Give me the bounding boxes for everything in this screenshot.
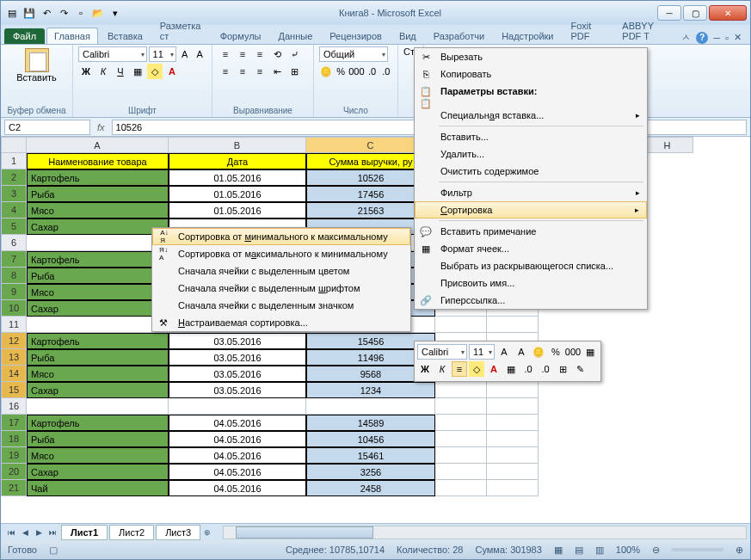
mini-grow-font-icon[interactable]: A bbox=[496, 344, 512, 360]
open-icon[interactable]: 📂 bbox=[90, 5, 106, 21]
tab-home[interactable]: Главная bbox=[46, 28, 98, 44]
cell[interactable]: Картофель bbox=[27, 333, 169, 349]
wrap-text-icon[interactable]: ⤶ bbox=[286, 46, 302, 62]
row-header[interactable]: 3 bbox=[1, 186, 27, 202]
cell[interactable]: Рыба bbox=[27, 268, 169, 284]
menu-paste-options[interactable]: 📋Параметры вставки: bbox=[415, 83, 647, 100]
mini-currency-icon[interactable]: 🪙 bbox=[531, 344, 546, 360]
merge-icon[interactable]: ⊞ bbox=[286, 64, 302, 79]
row-header[interactable]: 19 bbox=[1, 447, 27, 464]
font-name-combo[interactable]: Calibri bbox=[78, 46, 147, 62]
tab-developer[interactable]: Разработчи bbox=[426, 28, 492, 44]
cell[interactable]: 01.05.2016 bbox=[169, 202, 306, 218]
cell[interactable] bbox=[487, 447, 539, 464]
scrollbar-thumb[interactable] bbox=[236, 526, 373, 538]
sort-by-font[interactable]: Сначала ячейки с выделенным шрифтом bbox=[152, 280, 410, 297]
cell[interactable] bbox=[27, 317, 169, 333]
cell[interactable]: 1234 bbox=[306, 382, 435, 398]
cell[interactable] bbox=[487, 382, 539, 398]
cell[interactable] bbox=[487, 464, 539, 480]
row-header[interactable]: 10 bbox=[1, 300, 27, 317]
cell[interactable]: 04.05.2016 bbox=[169, 480, 306, 496]
tab-insert[interactable]: Вставка bbox=[100, 28, 151, 44]
cell[interactable] bbox=[169, 398, 306, 415]
cell[interactable]: 15461 bbox=[306, 447, 435, 464]
menu-insert[interactable]: Вставить... bbox=[415, 128, 647, 145]
excel-icon[interactable]: ▤ bbox=[4, 5, 20, 21]
mini-percent-icon[interactable]: % bbox=[548, 344, 563, 360]
align-bottom-icon[interactable]: ≡ bbox=[252, 46, 268, 62]
cell[interactable]: 01.05.2016 bbox=[169, 186, 306, 202]
menu-sort[interactable]: Сортировка bbox=[415, 201, 647, 218]
sheet-nav-next-icon[interactable]: ▶ bbox=[32, 528, 46, 537]
row-header[interactable]: 2 bbox=[1, 169, 27, 186]
file-tab[interactable]: Файл bbox=[4, 28, 45, 44]
mini-size-combo[interactable]: 11 bbox=[469, 344, 495, 360]
mini-font-combo[interactable]: Calibri bbox=[417, 344, 467, 360]
row-header[interactable]: 21 bbox=[1, 480, 27, 496]
zoom-slider[interactable] bbox=[672, 548, 723, 551]
select-all-corner[interactable] bbox=[1, 137, 27, 153]
sheet-nav-last-icon[interactable]: ⏭ bbox=[46, 528, 59, 537]
menu-paste-preview[interactable]: 📋 bbox=[415, 100, 647, 107]
menu-delete[interactable]: Удалить... bbox=[415, 145, 647, 163]
cell[interactable]: Чай bbox=[27, 480, 169, 496]
align-middle-icon[interactable]: ≡ bbox=[235, 46, 250, 62]
workbook-close-icon[interactable]: ✕ bbox=[734, 32, 742, 43]
cell[interactable]: Картофель bbox=[27, 251, 169, 268]
align-right-icon[interactable]: ≡ bbox=[252, 64, 268, 79]
cell[interactable]: Рыба bbox=[27, 186, 169, 202]
cell[interactable]: Картофель bbox=[27, 169, 169, 186]
cell[interactable] bbox=[27, 398, 169, 415]
mini-format-icon[interactable]: ▦ bbox=[582, 344, 598, 360]
cell[interactable]: Сахар bbox=[27, 464, 169, 480]
row-header[interactable]: 13 bbox=[1, 349, 27, 366]
italic-icon[interactable]: К bbox=[95, 64, 111, 79]
cell[interactable] bbox=[435, 447, 487, 464]
cell[interactable] bbox=[435, 431, 487, 447]
zoom-level[interactable]: 100% bbox=[616, 545, 640, 555]
view-normal-icon[interactable]: ▦ bbox=[554, 545, 563, 556]
mini-painter-icon[interactable]: ✎ bbox=[572, 361, 588, 377]
redo-icon[interactable]: ↷ bbox=[56, 5, 71, 21]
cell[interactable] bbox=[435, 464, 487, 480]
row-header[interactable]: 8 bbox=[1, 268, 27, 284]
zoom-in-icon[interactable]: ⊕ bbox=[736, 545, 743, 556]
cell[interactable]: 01.05.2016 bbox=[169, 169, 306, 186]
row-header[interactable]: 15 bbox=[1, 382, 27, 398]
horizontal-scrollbar[interactable] bbox=[223, 526, 747, 539]
cell[interactable]: 04.05.2016 bbox=[169, 464, 306, 480]
sort-asc[interactable]: А↓ЯСортировка от минимального к максимал… bbox=[152, 228, 410, 245]
minimize-ribbon-icon[interactable]: ㅅ bbox=[681, 31, 691, 44]
workbook-restore-icon[interactable]: ▫ bbox=[725, 33, 729, 43]
mini-border-icon[interactable]: ▦ bbox=[503, 361, 519, 377]
view-pagebreak-icon[interactable]: ▥ bbox=[595, 545, 604, 556]
menu-define-name[interactable]: Присвоить имя... bbox=[415, 274, 647, 292]
tab-pagelayout[interactable]: Разметка ст bbox=[152, 17, 211, 44]
new-icon[interactable]: ▫ bbox=[73, 5, 89, 21]
cell[interactable]: Сахар bbox=[27, 382, 169, 398]
menu-filter[interactable]: Фильтр bbox=[415, 184, 647, 201]
paste-button[interactable]: Вставить bbox=[6, 46, 67, 84]
mini-inc-decimal-icon[interactable]: .0 bbox=[520, 361, 536, 377]
row-header[interactable]: 11 bbox=[1, 317, 27, 333]
sheet-tab-2[interactable]: Лист2 bbox=[109, 525, 154, 540]
cell[interactable]: 03.05.2016 bbox=[169, 333, 306, 349]
fx-icon[interactable]: fx bbox=[94, 122, 108, 132]
mini-italic-icon[interactable]: К bbox=[434, 361, 450, 377]
mini-comma-icon[interactable]: 000 bbox=[565, 344, 581, 360]
mini-merge-icon[interactable]: ⊞ bbox=[555, 361, 570, 377]
qat-more-icon[interactable]: ▾ bbox=[108, 5, 123, 21]
row-header[interactable]: 5 bbox=[1, 218, 27, 235]
cell[interactable]: Картофель bbox=[27, 415, 169, 431]
align-top-icon[interactable]: ≡ bbox=[218, 46, 233, 62]
sort-desc[interactable]: Я↓АСортировка от максимального к минимал… bbox=[152, 245, 410, 262]
menu-clear[interactable]: Очистить содержимое bbox=[415, 163, 647, 180]
name-box[interactable]: C2 bbox=[4, 120, 90, 135]
maximize-button[interactable]: ▢ bbox=[683, 5, 707, 21]
cell[interactable]: 03.05.2016 bbox=[169, 349, 306, 366]
sort-by-icon[interactable]: Сначала ячейки с выделенным значком bbox=[152, 297, 410, 314]
sheet-nav-prev-icon[interactable]: ◀ bbox=[18, 528, 32, 537]
sort-custom[interactable]: ⚒Настраиваемая сортировка... bbox=[152, 314, 410, 331]
cell[interactable] bbox=[27, 235, 169, 251]
